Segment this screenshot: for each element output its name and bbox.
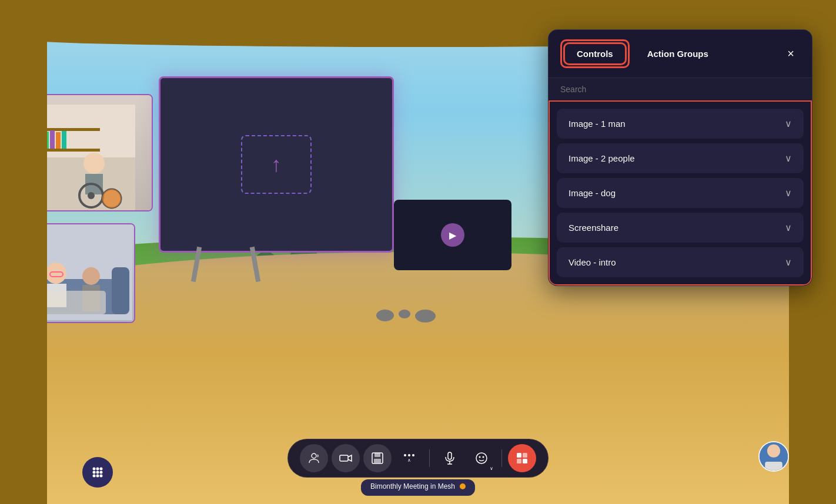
svg-point-51 (767, 445, 780, 458)
list-item[interactable]: Image - 1 man ∨ (557, 109, 804, 139)
svg-point-35 (312, 453, 316, 458)
list-item[interactable]: Image - dog ∨ (557, 178, 804, 208)
toolbar-separator (429, 449, 430, 467)
svg-point-32 (93, 475, 96, 478)
chevron-down-icon: ∨ (785, 153, 792, 164)
chevron-down-icon: ∨ (785, 222, 792, 233)
list-item[interactable]: Video - intro ∨ (557, 247, 804, 277)
item-label: Screenshare (569, 223, 618, 233)
panel-header: Controls Action Groups × (549, 30, 812, 78)
meeting-name-text: Bimonthly Meeting in Mesh (370, 482, 455, 490)
svg-rect-25 (41, 291, 106, 314)
search-bar-wrapper (549, 78, 812, 102)
presentation-board: ↑ (159, 76, 394, 253)
close-button[interactable]: × (781, 45, 800, 63)
participant-photo-2 (12, 223, 135, 323)
save-button[interactable] (363, 444, 392, 472)
svg-point-33 (96, 475, 99, 478)
video-thumbnail: ▶ (394, 200, 511, 270)
svg-rect-48 (517, 459, 521, 463)
toolbar-separator-2 (501, 449, 502, 467)
participant-photo-1 (12, 94, 153, 211)
controls-active-button[interactable] (508, 444, 536, 472)
svg-rect-18 (18, 267, 35, 314)
svg-rect-38 (374, 453, 380, 457)
svg-rect-49 (523, 459, 527, 463)
svg-point-15 (102, 189, 121, 208)
svg-point-27 (96, 468, 99, 471)
upload-icon: ↑ (271, 152, 282, 177)
svg-rect-6 (44, 132, 49, 149)
chevron-down-small-icon: ∨ (490, 466, 493, 471)
item-label: Image - dog (569, 188, 616, 198)
svg-rect-5 (38, 130, 43, 149)
rock (399, 310, 410, 318)
main-toolbar: ∧ ∨ (287, 439, 549, 478)
tab-action-groups[interactable]: Action Groups (636, 44, 720, 63)
svg-rect-4 (32, 131, 37, 149)
svg-rect-46 (517, 453, 521, 458)
svg-rect-8 (56, 132, 61, 149)
camera-button[interactable] (332, 444, 360, 472)
upload-area: ↑ (241, 135, 312, 194)
svg-point-22 (82, 267, 100, 285)
rock (415, 310, 436, 322)
couch-person-image (13, 224, 134, 322)
svg-point-20 (45, 263, 66, 284)
svg-point-29 (93, 471, 96, 474)
svg-rect-40 (448, 452, 452, 459)
panel-list: Image - 1 man ∨ Image - 2 people ∨ Image… (549, 102, 812, 285)
svg-point-30 (96, 471, 99, 474)
more-options-button[interactable]: ∧ (395, 444, 423, 472)
chevron-down-icon: ∨ (785, 118, 792, 129)
controls-tab-wrapper: Controls (560, 39, 630, 68)
search-input[interactable] (560, 85, 800, 94)
avatar (760, 442, 788, 471)
apps-grid-button[interactable] (82, 457, 113, 488)
item-label: Image - 1 man (569, 119, 626, 129)
emoji-reaction-button[interactable]: ∨ (467, 444, 496, 472)
microphone-button[interactable] (436, 444, 464, 472)
controls-panel: Controls Action Groups × Image - 1 man ∨… (548, 29, 812, 286)
svg-point-26 (93, 468, 96, 471)
item-label: Image - 2 people (569, 153, 635, 163)
list-item[interactable]: Image - 2 people ∨ (557, 143, 804, 173)
chevron-down-icon: ∨ (785, 187, 792, 199)
svg-point-10 (83, 153, 105, 174)
svg-point-44 (479, 456, 481, 458)
svg-rect-36 (340, 455, 348, 461)
chevron-down-icon: ∨ (785, 257, 792, 268)
svg-point-28 (100, 468, 103, 471)
svg-point-43 (476, 453, 487, 463)
chevron-up-icon: ∧ (407, 458, 411, 463)
vr-scene-background: ↑ ▶ Controls Action Groups × Image - 1 m… (0, 0, 836, 504)
tab-controls[interactable]: Controls (563, 42, 627, 65)
list-item[interactable]: Screenshare ∨ (557, 213, 804, 243)
svg-point-31 (100, 471, 103, 474)
svg-rect-52 (765, 462, 783, 471)
svg-rect-19 (112, 267, 129, 314)
svg-point-14 (88, 192, 95, 199)
meeting-badge-fixed: Bimonthly Meeting in Mesh (361, 479, 475, 493)
item-label: Video - intro (569, 257, 616, 267)
svg-point-45 (483, 456, 484, 458)
user-avatar-button[interactable] (758, 441, 789, 472)
rock (376, 310, 394, 321)
meeting-recording-dot (460, 483, 466, 489)
svg-rect-3 (29, 149, 100, 152)
svg-rect-7 (50, 130, 55, 149)
svg-rect-39 (374, 459, 381, 463)
play-button-icon: ▶ (441, 223, 464, 247)
rocks (376, 310, 436, 322)
svg-rect-47 (523, 453, 527, 458)
svg-rect-9 (62, 131, 66, 149)
svg-point-34 (100, 475, 103, 478)
avatar-emoji-button[interactable] (300, 444, 328, 472)
wheelchair-person-image (13, 95, 152, 210)
